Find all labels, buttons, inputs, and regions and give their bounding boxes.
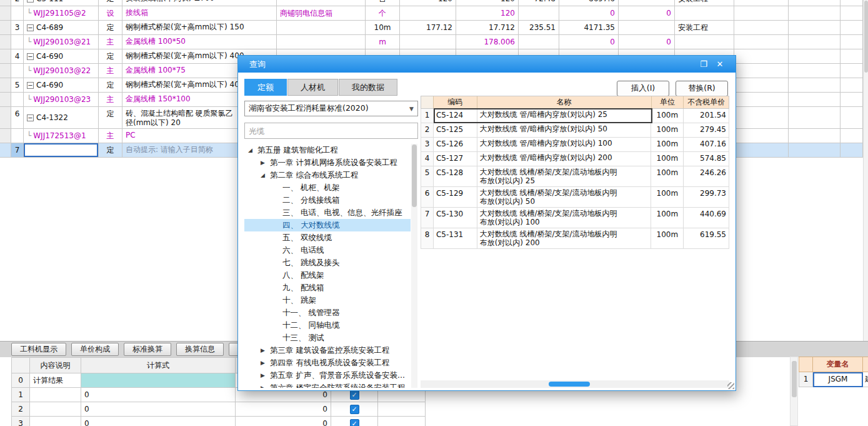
tree-vertical-scrollbar[interactable]: [411, 144, 417, 388]
result-row-number: 3: [421, 138, 434, 151]
resize-grip-icon[interactable]: [727, 382, 734, 389]
empty-cell: [734, 143, 789, 157]
maximize-icon[interactable]: ❐: [696, 59, 712, 69]
tree-arrow-icon[interactable]: ◢: [261, 172, 270, 178]
code-cell[interactable]: − └ WJJ172513@1: [24, 129, 99, 143]
tree-item[interactable]: 十二、 同轴电缆: [244, 319, 411, 332]
result-row[interactable]: 3 C5-126 大对数线缆 管/暗槽内穿放(对以内) 100 100m 407…: [421, 138, 729, 152]
code-cell[interactable]: − └ WJJ290103@22: [24, 64, 99, 78]
calc-row[interactable]: 3 0 0 ✓: [11, 417, 426, 426]
tree-arrow-icon[interactable]: ▶: [261, 372, 270, 378]
code-cell[interactable]: − └ C4-1322: [24, 107, 99, 128]
tree-item[interactable]: ◢ 第五册 建筑智能化工程: [244, 144, 411, 156]
tree-item[interactable]: 十三、 测试: [244, 332, 411, 344]
tree-item[interactable]: 五、 双绞线缆: [244, 231, 411, 244]
code-cell[interactable]: − └ WJJ290103@23: [24, 93, 99, 106]
tree-item[interactable]: ▶ 第四章 有线电视系统设备安装工程: [244, 357, 411, 369]
tree-item[interactable]: 二、 分线接线箱: [244, 194, 411, 206]
code-cell[interactable]: − └ C4-690: [24, 49, 99, 63]
close-icon[interactable]: ✕: [712, 59, 728, 69]
calc-row[interactable]: 2 0 0 ✓: [11, 402, 426, 417]
calc-desc-cell: 计算结果: [30, 373, 81, 388]
tree-arrow-icon[interactable]: ◢: [248, 147, 257, 153]
row-number: [11, 129, 24, 143]
result-row[interactable]: 8 C5-131 大对数线缆 线槽/桥架/支架/流动地板内明 布放(对以内) 2…: [421, 228, 729, 249]
tree-item[interactable]: 四、 大对数线缆: [244, 219, 411, 231]
bottom-panel-tab[interactable]: 换算信息: [176, 343, 224, 356]
code-cell[interactable]: − └: [24, 143, 99, 157]
calc-expr-cell[interactable]: 0: [81, 388, 236, 402]
bottom-panel-tab[interactable]: 单价构成: [71, 343, 119, 356]
main-vertical-scrollbar[interactable]: [863, 0, 868, 341]
code-cell[interactable]: − └ C4-689: [24, 21, 99, 34]
code-cell[interactable]: − └ C5-111: [24, 0, 99, 6]
calc-expr-cell[interactable]: [81, 373, 236, 388]
scrollbar-thumb[interactable]: [864, 1, 868, 73]
tab-labor-material[interactable]: 人材机: [287, 79, 338, 96]
tree-item[interactable]: 十一、 线管理器: [244, 307, 411, 319]
insert-button[interactable]: 插入(I): [617, 81, 669, 96]
tab-quota[interactable]: 定额: [244, 79, 287, 96]
tree-item[interactable]: ◢ 第二章 综合布线系统工程: [244, 169, 411, 181]
table-row[interactable]: 2 − └ C5-111 定 安装接线箱(半周长) ≤700 台 120 120…: [0, 0, 863, 6]
code-cell[interactable]: − └ C4-690: [24, 78, 99, 92]
scrollbar-thumb[interactable]: [792, 361, 797, 397]
tree-item[interactable]: 六、 电话线: [244, 244, 411, 256]
tree-arrow-icon[interactable]: ▶: [261, 360, 270, 366]
result-row[interactable]: 6 C5-129 大对数线缆 线槽/桥架/支架/流动地板内明 布放(对以内) 5…: [421, 187, 729, 208]
replace-button[interactable]: 替换(R): [676, 81, 728, 96]
empty-cell: [734, 35, 789, 49]
table-row[interactable]: − └ WJJ290103@21 主 金属线槽 100*50 m 178.006…: [0, 35, 863, 49]
table-row[interactable]: 3 − └ C4-689 定 钢制槽式桥架(宽+高mm以下) 150 10m 1…: [0, 21, 863, 35]
scrollbar-thumb[interactable]: [412, 145, 417, 207]
result-row[interactable]: 2 C5-125 大对数线缆 管/暗槽内穿放(对以内) 50 100m 279.…: [421, 123, 729, 138]
standard-select[interactable]: 湖南省安装工程消耗量标准(2020) ▼: [244, 101, 418, 116]
tree-item[interactable]: 十、 跳架: [244, 294, 411, 307]
calc-expr-cell[interactable]: 0: [81, 402, 236, 417]
tree-item[interactable]: ▶ 第三章 建筑设备监控系统安装工程: [244, 344, 411, 357]
scrollbar-thumb[interactable]: [549, 382, 590, 387]
collapse-box-icon[interactable]: −: [27, 0, 34, 3]
code-text: C4-1322: [36, 112, 68, 123]
calc-expr-cell[interactable]: 0: [81, 417, 236, 426]
bottom-panel-scrollbar[interactable]: [790, 357, 798, 426]
variable-row[interactable]: 1 JSGM 建: [799, 372, 868, 387]
collapse-box-icon[interactable]: −: [27, 114, 34, 121]
collapse-box-icon[interactable]: −: [27, 24, 34, 31]
tree-arrow-icon[interactable]: ▶: [261, 160, 270, 166]
result-row[interactable]: 7 C5-130 大对数线缆 线槽/桥架/支架/流动地板内明 布放(对以内) 1…: [421, 208, 729, 228]
desc-cell: 钢制槽式桥架(宽+高mm以下) 150: [122, 21, 277, 34]
tree-item-label: 第六章 楼宇安全防范系统设备安装工程: [270, 383, 405, 388]
tree-item[interactable]: ▶ 第五章 扩声、背景音乐系统设备安装...: [244, 369, 411, 382]
result-code: C5-127: [434, 152, 477, 166]
code-cell[interactable]: − └ WJJ290103@21: [24, 35, 99, 49]
tree-item[interactable]: 九、 配线箱: [244, 281, 411, 294]
table-row[interactable]: − └ WJJ291105@2 设 接线箱 商铺弱电信息箱 个 120 0 0: [0, 6, 863, 21]
tree-item[interactable]: 一、 机柜、机架: [244, 181, 411, 194]
search-input[interactable]: [244, 123, 418, 139]
tree-item[interactable]: 三、 电话、电视、信息、光纤插座: [244, 206, 411, 219]
code-cell[interactable]: − └ WJJ291105@2: [24, 6, 99, 20]
bottom-panel-tab[interactable]: 标准换算: [124, 343, 171, 356]
empty-cell: [734, 0, 789, 6]
bottom-panel-tab[interactable]: 工料机显示: [11, 343, 66, 356]
tree-arrow-icon[interactable]: ▶: [261, 385, 270, 388]
collapse-box-icon[interactable]: −: [27, 53, 34, 60]
tree-item[interactable]: ▶ 第六章 楼宇安全防范系统设备安装工程: [244, 382, 411, 388]
dialog-horizontal-scrollbar[interactable]: [421, 380, 729, 388]
tree-item[interactable]: 八、 配线架: [244, 269, 411, 281]
empty-cell: [841, 21, 863, 34]
tree-arrow-icon[interactable]: ▶: [261, 347, 270, 353]
checkbox-checked-icon[interactable]: ✓: [350, 390, 359, 400]
checkbox-checked-icon[interactable]: ✓: [350, 419, 359, 426]
checkbox-checked-icon[interactable]: ✓: [350, 405, 359, 414]
variable-name-cell[interactable]: JSGM: [813, 372, 863, 387]
collapse-box-icon[interactable]: −: [27, 82, 34, 89]
tab-my-data[interactable]: 我的数据: [339, 79, 397, 96]
result-row[interactable]: 4 C5-127 大对数线缆 管/暗槽内穿放(对以内) 200 100m 574…: [421, 152, 729, 166]
tree-item[interactable]: ▶ 第一章 计算机网络系统设备安装工程: [244, 156, 411, 169]
result-row[interactable]: 5 C5-128 大对数线缆 线槽/桥架/支架/流动地板内明 布放(对以内) 2…: [421, 166, 729, 187]
dialog-titlebar[interactable]: 查询 ❐ ✕: [238, 56, 736, 73]
result-row[interactable]: 1 C5-124 大对数线缆 管/暗槽内穿放(对以内) 25 100m 201.…: [421, 109, 729, 123]
tree-item[interactable]: 七、 跳线及接头: [244, 256, 411, 269]
